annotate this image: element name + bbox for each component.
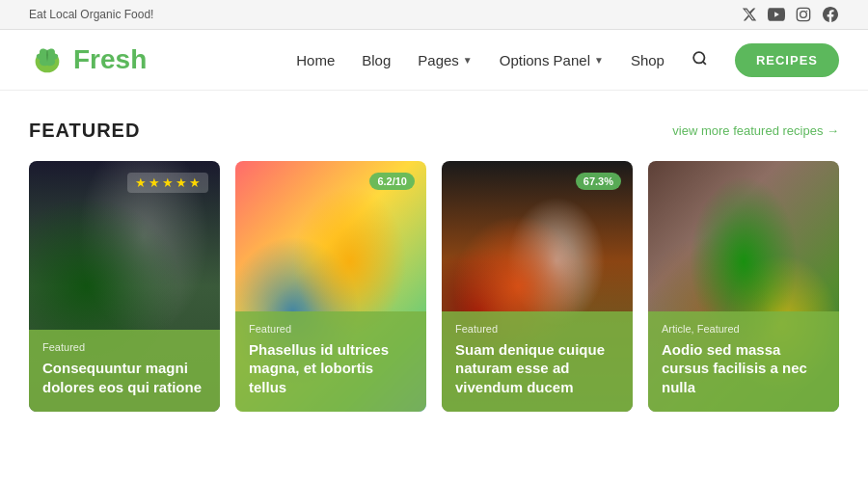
card-1-category: Featured bbox=[42, 341, 206, 353]
header: Fresh Home Blog Pages ▼ Options Panel ▼ … bbox=[0, 30, 868, 91]
search-icon[interactable] bbox=[692, 50, 708, 70]
recipes-button[interactable]: RECIPES bbox=[735, 43, 839, 77]
view-more-featured-link[interactable]: view more featured recipes → bbox=[672, 123, 839, 138]
card-4-overlay: Article, Featured Aodio sed massa cursus… bbox=[648, 311, 839, 413]
featured-card-1[interactable]: ★ ★ ★ ★ ★ Featured Consequuntur magni do… bbox=[29, 161, 220, 412]
card-1-overlay: Featured Consequuntur magni dolores eos … bbox=[29, 330, 220, 412]
card-2-rating: 6.2/10 bbox=[369, 173, 415, 190]
card-4-category: Article, Featured bbox=[662, 323, 826, 335]
nav-blog[interactable]: Blog bbox=[362, 52, 391, 68]
facebook-icon[interactable] bbox=[822, 6, 839, 23]
instagram-icon[interactable] bbox=[795, 6, 812, 23]
card-3-title: Suam denique cuique naturam esse ad vive… bbox=[455, 340, 619, 397]
featured-card-2[interactable]: 6.2/10 Featured Phasellus id ultrices ma… bbox=[235, 161, 426, 412]
svg-rect-0 bbox=[797, 8, 809, 20]
svg-point-4 bbox=[693, 52, 704, 63]
svg-point-2 bbox=[806, 11, 807, 12]
card-3-rating: 67.3% bbox=[576, 173, 621, 190]
main-content: FEATURED view more featured recipes → ★ … bbox=[0, 91, 868, 431]
svg-point-1 bbox=[800, 12, 807, 18]
social-icons bbox=[741, 6, 839, 23]
youtube-icon[interactable] bbox=[768, 6, 785, 23]
nav-shop[interactable]: Shop bbox=[631, 52, 665, 68]
card-2-title: Phasellus id ultrices magna, et lobortis… bbox=[249, 340, 413, 397]
logo-text: Fresh bbox=[73, 44, 147, 75]
card-2-overlay: Featured Phasellus id ultrices magna, et… bbox=[235, 311, 426, 413]
card-3-overlay: Featured Suam denique cuique naturam ess… bbox=[442, 311, 633, 413]
top-bar-tagline: Eat Local Organic Food! bbox=[29, 8, 153, 21]
options-dropdown-arrow: ▼ bbox=[594, 55, 604, 66]
twitter-icon[interactable] bbox=[741, 6, 758, 23]
card-1-rating: ★ ★ ★ ★ ★ bbox=[127, 173, 208, 193]
featured-card-4[interactable]: Article, Featured Aodio sed massa cursus… bbox=[648, 161, 839, 412]
featured-header: FEATURED view more featured recipes → bbox=[29, 120, 839, 142]
card-2-category: Featured bbox=[249, 323, 413, 335]
featured-title: FEATURED bbox=[29, 120, 140, 142]
nav-pages[interactable]: Pages ▼ bbox=[418, 52, 472, 68]
nav-home[interactable]: Home bbox=[296, 52, 335, 68]
featured-card-3[interactable]: 67.3% Featured Suam denique cuique natur… bbox=[442, 161, 633, 412]
svg-line-5 bbox=[703, 61, 706, 64]
card-1-title: Consequuntur magni dolores eos qui ratio… bbox=[42, 359, 206, 396]
logo-icon bbox=[29, 41, 66, 78]
nav: Home Blog Pages ▼ Options Panel ▼ Shop R… bbox=[296, 43, 839, 77]
cards-grid: ★ ★ ★ ★ ★ Featured Consequuntur magni do… bbox=[29, 161, 839, 412]
logo[interactable]: Fresh bbox=[29, 41, 147, 78]
card-4-title: Aodio sed massa cursus facilisis a nec n… bbox=[662, 340, 826, 397]
card-3-category: Featured bbox=[455, 323, 619, 335]
nav-options-panel[interactable]: Options Panel ▼ bbox=[500, 52, 604, 68]
pages-dropdown-arrow: ▼ bbox=[463, 55, 473, 66]
top-bar: Eat Local Organic Food! bbox=[0, 0, 868, 30]
